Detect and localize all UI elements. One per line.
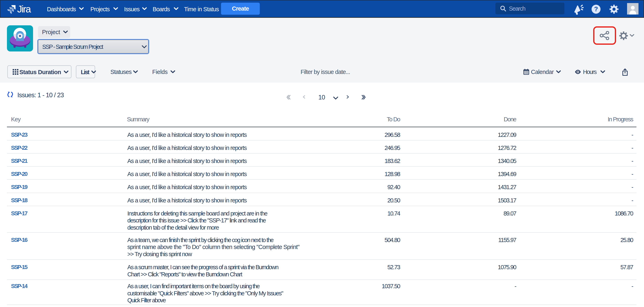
svg-text:?: ? [594,6,598,13]
